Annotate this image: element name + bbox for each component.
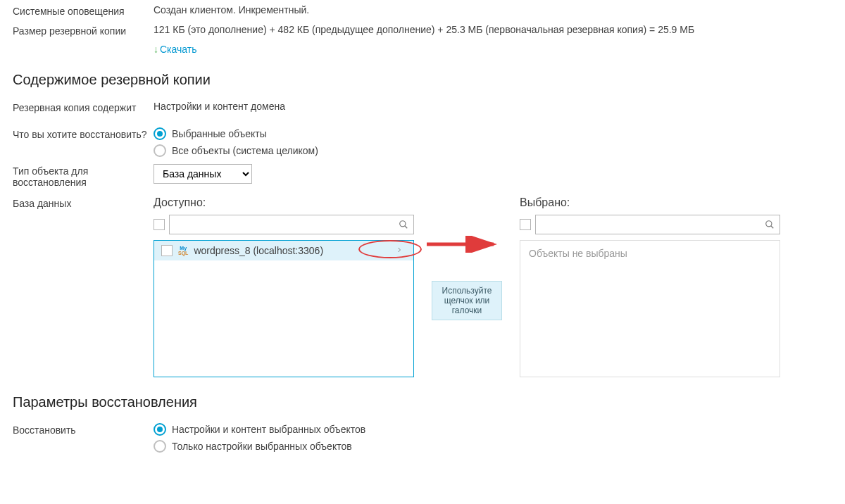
available-list: MySQL wordpress_8 (localhost:3306) (154, 240, 414, 377)
search-icon[interactable] (394, 220, 413, 229)
list-item[interactable]: MySQL wordpress_8 (localhost:3306) (154, 241, 413, 260)
section-title-content: Содержимое резервной копии (13, 72, 832, 88)
radio-icon (154, 127, 166, 140)
transfer-hint: Используйте щелчок или галочки (432, 281, 502, 320)
what-restore-label: Что вы хотите восстановить? (13, 127, 154, 157)
radio-icon (154, 144, 166, 157)
sys-notifications-value: Создан клиентом. Инкрементный. (154, 4, 832, 17)
backup-size-label: Размер резервной копии (13, 24, 154, 37)
available-select-all-checkbox[interactable] (154, 219, 165, 230)
available-search-input[interactable] (170, 216, 394, 233)
radio-all-objects[interactable]: Все объекты (система целиком) (154, 144, 832, 157)
radio-icon (154, 440, 166, 453)
radio-label: Настройки и контент выбранных объектов (172, 424, 365, 435)
backup-size-value: 121 КБ (это дополнение) + 482 КБ (предыд… (154, 24, 832, 37)
item-checkbox[interactable] (161, 245, 173, 256)
radio-settings-only[interactable]: Только настройки выбранных объектов (154, 440, 832, 453)
chevron-right-icon[interactable] (392, 245, 406, 256)
svg-point-2 (766, 221, 772, 227)
available-search-wrap (169, 215, 414, 234)
svg-point-0 (400, 221, 406, 227)
item-label: wordpress_8 (localhost:3306) (194, 245, 387, 256)
radio-selected-objects[interactable]: Выбранные объекты (154, 127, 832, 140)
download-link[interactable]: Скачать (160, 44, 197, 55)
svg-line-1 (405, 226, 408, 229)
object-type-label: Тип объекта для восстановления (13, 164, 154, 188)
selected-search-wrap (535, 215, 780, 234)
radio-label: Выбранные объекты (172, 128, 267, 139)
selected-search-input[interactable] (536, 216, 760, 233)
mysql-icon: MySQL (178, 246, 188, 256)
svg-line-3 (771, 226, 774, 229)
selected-title: Выбрано: (520, 196, 780, 209)
object-type-select[interactable]: База данных (154, 164, 252, 184)
download-icon: ↓ (154, 44, 158, 55)
backup-contains-label: Резервная копия содержит (13, 101, 154, 113)
radio-icon (154, 423, 166, 436)
radio-label: Только настройки выбранных объектов (172, 441, 352, 452)
section-title-restore: Параметры восстановления (13, 394, 832, 410)
radio-settings-and-content[interactable]: Настройки и контент выбранных объектов (154, 423, 832, 436)
available-title: Доступно: (154, 196, 414, 209)
search-icon[interactable] (760, 220, 780, 229)
sys-notifications-label: Системные оповещения (13, 4, 154, 17)
selected-list: Объекты не выбраны (520, 240, 780, 377)
backup-contains-value: Настройки и контент домена (154, 101, 832, 113)
db-row-label: База данных (13, 196, 154, 377)
radio-label: Все объекты (система целиком) (172, 145, 318, 156)
selected-select-all-checkbox[interactable] (520, 219, 531, 230)
empty-selected-text: Объекты не выбраны (520, 241, 780, 266)
restore-label: Восстановить (13, 423, 154, 453)
